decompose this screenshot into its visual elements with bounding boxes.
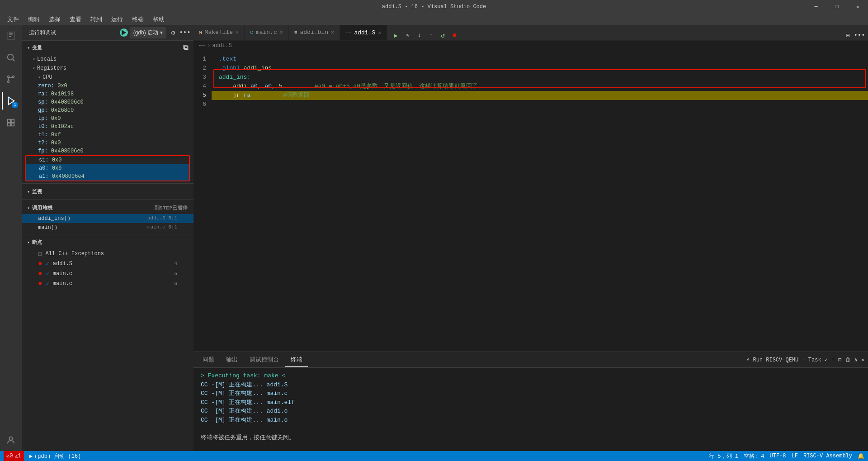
panel-tab-problems[interactable]: 问题 [197, 353, 220, 367]
tab-addi-s-label: addi.S [354, 29, 375, 36]
code-line-4: ● addi a0, a0, 5 #a0 = a0+5,a0是参数，又是返回值，… [212, 82, 868, 91]
terminal-line-1: > Executing task: make < [201, 371, 861, 380]
status-encoding[interactable]: UTF-8 [770, 452, 786, 460]
cpu-label: CPU [42, 74, 52, 81]
tab-makefile-close[interactable]: ✕ [236, 29, 239, 36]
bp-addi-s[interactable]: ● ✓ addi.S 4 [22, 259, 193, 269]
panel-right-actions: ⚡ Run RISCV-QEMU - Task ✓ + ⊟ 🗑 ∧ ✕ [746, 356, 864, 363]
debug-step-over-btn[interactable]: ↷ [402, 30, 412, 40]
menu-item-选择[interactable]: 选择 [45, 14, 64, 24]
tab-addi-s-close[interactable]: ✕ [378, 29, 381, 36]
activity-source-control[interactable] [2, 70, 20, 88]
sidebar-scroll[interactable]: ▾ 变量 ⧉ ▾ Locals ▾ Registers ▾ CPU zero: … [22, 41, 193, 451]
stack-frame-main[interactable]: main() main.c 6:1 [22, 223, 193, 232]
menu-item-运行[interactable]: 运行 [108, 14, 127, 24]
delete-terminal-icon[interactable]: 🗑 [845, 356, 851, 363]
cpu-header[interactable]: ▾ CPU [22, 73, 193, 82]
status-line-ending[interactable]: LF [792, 452, 798, 460]
debug-step-out-btn[interactable]: ↑ [426, 30, 436, 40]
editor-actions: ⊟ ••• [843, 30, 868, 40]
status-spaces[interactable]: 空格: 4 [744, 452, 764, 460]
bp-all-cpp[interactable]: ☐ All C++ Exceptions [22, 248, 193, 259]
debug-settings-icon[interactable]: ⚙ [168, 28, 178, 38]
warn-icon: ⚠ [14, 453, 18, 460]
bp-checkbox-all[interactable]: ☐ [38, 250, 42, 257]
code-line-5: ▶ jr ra #函数返回 [212, 91, 868, 100]
panel-tab-output[interactable]: 输出 [221, 353, 243, 367]
split-terminal-icon[interactable]: ⊟ [838, 356, 841, 363]
variables-section-header[interactable]: ▾ 变量 ⧉ [22, 41, 193, 55]
svg-marker-12 [122, 30, 126, 35]
debug-badge: 1 [12, 102, 18, 108]
tab-addi-s[interactable]: ←→ addi.S ✕ [340, 25, 387, 40]
add-terminal-icon[interactable]: + [831, 356, 835, 363]
bp-main-c-2[interactable]: ● ✓ main.c 6 [22, 279, 193, 289]
debug-restart-btn[interactable]: ↺ [438, 30, 448, 40]
activity-extensions[interactable] [2, 114, 20, 132]
menu-item-编辑[interactable]: 编辑 [24, 14, 43, 24]
maximize-button[interactable]: □ [826, 0, 847, 14]
breakpoints-header[interactable]: ▾ 断点 [22, 236, 193, 248]
minimize-button[interactable]: — [806, 0, 826, 14]
register-sp: sp: 0x408006c0 [22, 98, 193, 106]
main-c-icon: C [250, 30, 253, 35]
activity-debug[interactable]: 1 [2, 92, 20, 110]
tab-main-c-close[interactable]: ✕ [280, 29, 283, 36]
close-panel-icon[interactable]: ✕ [861, 356, 864, 363]
menu-item-转到[interactable]: 转到 [87, 14, 106, 24]
copy-icon[interactable]: ⧉ [183, 43, 189, 52]
terminal-line-4: CC -[M] 正在构建... main.elf [201, 398, 861, 407]
menu-item-帮助[interactable]: 帮助 [149, 14, 168, 24]
watch-section-header[interactable]: ▾ 监视 [22, 185, 193, 198]
close-button[interactable]: ✕ [847, 0, 868, 14]
stack-frame-addi[interactable]: addi_ins() addi.S 5:1 [22, 214, 193, 223]
more-icon[interactable]: ••• [854, 30, 864, 40]
line-num-4: 4 [193, 82, 212, 91]
tab-makefile[interactable]: M Makefile ✕ [193, 25, 245, 40]
registers-header[interactable]: ▾ Registers [22, 64, 193, 73]
panel-tab-debug-console[interactable]: 调试控制台 [244, 353, 284, 367]
tab-makefile-label: Makefile [205, 29, 233, 36]
registers-label: Registers [37, 65, 66, 71]
breakpoints-divider [22, 234, 193, 234]
tab-addi-bin-close[interactable]: ✕ [331, 29, 334, 36]
status-position[interactable]: 行 5，列 1 [709, 452, 738, 460]
activity-account[interactable] [2, 431, 20, 449]
terminal-line-5: CC -[M] 正在构建... addi.o [201, 407, 861, 416]
menu-item-终端[interactable]: 终端 [128, 14, 147, 24]
menu-item-文件[interactable]: 文件 [4, 14, 23, 24]
status-debug[interactable]: ▶ (gdb) 启动 (16) [29, 452, 81, 460]
activity-explorer[interactable] [2, 27, 20, 45]
split-editor-icon[interactable]: ⊟ [843, 30, 853, 40]
terminal-line-8: 终端将被任务重用，按任意键关闭。 [201, 433, 861, 442]
tab-main-c[interactable]: C main.c ✕ [245, 25, 289, 40]
tab-addi-bin[interactable]: ≡ addi.bin ✕ [289, 25, 340, 40]
status-notifications[interactable]: 🔔 [858, 452, 864, 460]
status-errors[interactable]: ⊘ 0 ⚠ 1 [4, 451, 24, 461]
chevron-icon: ▾ [27, 45, 30, 51]
callstack-header[interactable]: ▾ 调用堆栈 到STEP已暂停 [22, 202, 193, 214]
status-language[interactable]: RISC-V Assembly [803, 452, 852, 460]
activity-search[interactable] [2, 48, 20, 67]
debug-continue-btn[interactable]: ▶ [391, 30, 401, 40]
language-label: RISC-V Assembly [803, 453, 852, 459]
bp-main-c-1[interactable]: ● ✓ main.c 5 [22, 269, 193, 279]
sidebar: 运行和调试 (gdb) 启动 ▾ ⚙ ••• ▾ 变量 ⧉ ▾ [22, 25, 193, 451]
bell-icon: 🔔 [858, 453, 864, 460]
maximize-panel-icon[interactable]: ∧ [854, 356, 858, 363]
bp-main1-label: main.c [53, 271, 72, 277]
menu-item-查看[interactable]: 查看 [66, 14, 85, 24]
panel-tab-terminal[interactable]: 终端 [285, 353, 308, 367]
locals-header[interactable]: ▾ Locals [22, 55, 193, 64]
debug-stop-btn[interactable]: ■ [449, 30, 459, 40]
status-bar: ⊘ 0 ⚠ 1 ▶ (gdb) 启动 (16) 行 5，列 1 空格: 4 UT… [0, 451, 868, 461]
debug-play-button[interactable] [120, 29, 128, 37]
terminal-line-3: CC -[M] 正在构建... main.c [201, 389, 861, 398]
callstack-label: 调用堆栈 [32, 204, 53, 211]
tab-main-c-label: main.c [256, 29, 277, 36]
debug-config-button[interactable]: (gdb) 启动 ▾ [130, 27, 166, 38]
callstack-divider [22, 200, 193, 200]
debug-more-icon[interactable]: ••• [180, 28, 190, 38]
register-t1: t1: 0xf [22, 131, 193, 139]
debug-step-into-btn[interactable]: ↓ [414, 30, 424, 40]
